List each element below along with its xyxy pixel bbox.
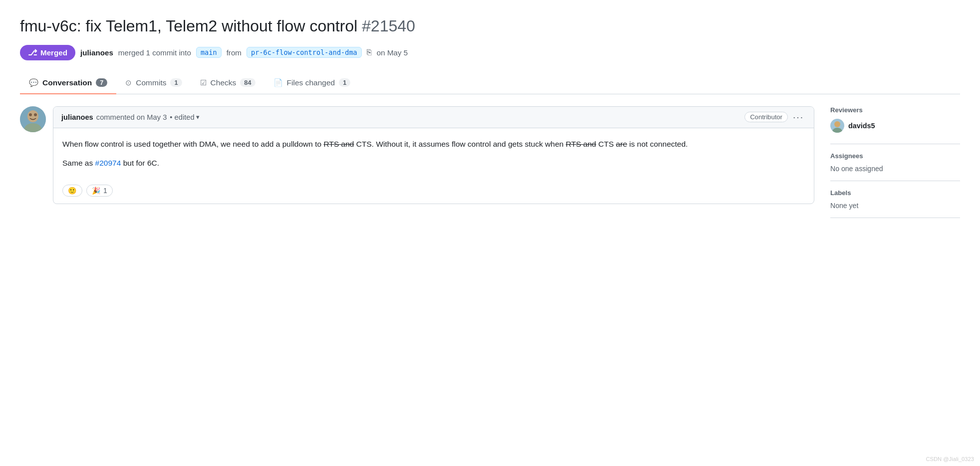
sidebar-assignees-value: No one assigned bbox=[830, 165, 960, 173]
comment-author[interactable]: julianoes bbox=[61, 113, 93, 121]
edited-dropdown[interactable]: • edited ▾ bbox=[170, 113, 199, 121]
reaction-smiley[interactable]: 🙂 bbox=[62, 185, 82, 197]
sidebar-labels-value: None yet bbox=[830, 202, 960, 210]
tab-commits-count: 1 bbox=[170, 78, 182, 87]
comment-date: commented on May 3 bbox=[96, 113, 167, 121]
tab-files-changed-label: Files changed bbox=[287, 78, 335, 87]
checks-icon: ☑ bbox=[200, 78, 207, 87]
tab-checks-count: 84 bbox=[240, 78, 255, 87]
chevron-down-icon: ▾ bbox=[196, 113, 200, 121]
contributor-badge: Contributor bbox=[744, 112, 788, 122]
head-branch[interactable]: pr-6c-flow-control-and-dma bbox=[246, 47, 362, 58]
main-layout: julianoes commented on May 3 • edited ▾ … bbox=[20, 106, 960, 218]
pr-date: on May 5 bbox=[377, 48, 408, 57]
pr-meta: ⎇ Merged julianoes merged 1 commit into … bbox=[20, 45, 960, 60]
conversation-icon: 💬 bbox=[29, 78, 38, 87]
smiley-emoji: 🙂 bbox=[68, 187, 77, 195]
comment-paragraph-2: Same as #20974 but for 6C. bbox=[62, 157, 805, 170]
party-emoji: 🎉 bbox=[92, 187, 101, 195]
comment-body: When flow control is used together with … bbox=[53, 128, 814, 180]
tab-commits[interactable]: ⊙ Commits 1 bbox=[116, 72, 191, 94]
base-branch[interactable]: main bbox=[196, 47, 222, 58]
page-title: fmu-v6c: fix Telem1, Telem2 without flow… bbox=[20, 16, 960, 37]
pr-action: merged 1 commit into bbox=[118, 48, 191, 57]
badge-label: Merged bbox=[40, 48, 67, 57]
sidebar-reviewers-label: Reviewers bbox=[830, 106, 960, 114]
merged-badge: ⎇ Merged bbox=[20, 45, 75, 60]
tab-files-changed[interactable]: 📄 Files changed 1 bbox=[264, 72, 360, 94]
reactions-row: 🙂 🎉 1 bbox=[53, 180, 814, 204]
tab-checks-label: Checks bbox=[211, 78, 237, 87]
title-text: fmu-v6c: fix Telem1, Telem2 without flow… bbox=[20, 17, 357, 35]
merge-icon: ⎇ bbox=[28, 48, 37, 57]
reviewer-avatar bbox=[830, 119, 844, 133]
comment-header: julianoes commented on May 3 • edited ▾ … bbox=[53, 107, 814, 128]
sidebar: Reviewers davids5 Assignees No one assig… bbox=[830, 106, 960, 218]
comment-paragraph-1: When flow control is used together with … bbox=[62, 138, 805, 151]
tab-conversation[interactable]: 💬 Conversation 7 bbox=[20, 72, 116, 94]
strikethrough-rts-and: RTS and bbox=[324, 140, 354, 148]
tabs-bar: 💬 Conversation 7 ⊙ Commits 1 ☑ Checks 84… bbox=[20, 72, 960, 94]
svg-point-6 bbox=[834, 121, 840, 127]
comment-thread: julianoes commented on May 3 • edited ▾ … bbox=[20, 106, 814, 205]
svg-point-3 bbox=[29, 113, 32, 116]
tab-commits-label: Commits bbox=[136, 78, 166, 87]
sidebar-assignees-label: Assignees bbox=[830, 152, 960, 160]
commits-icon: ⊙ bbox=[125, 78, 132, 87]
pr-number: #21540 bbox=[362, 17, 415, 35]
tab-conversation-label: Conversation bbox=[42, 78, 92, 87]
tab-conversation-count: 7 bbox=[96, 78, 107, 87]
more-options-button[interactable]: ··· bbox=[791, 112, 806, 123]
edited-label: • edited bbox=[170, 113, 194, 121]
from-word: from bbox=[227, 48, 242, 57]
sidebar-labels-label: Labels bbox=[830, 189, 960, 197]
tab-files-changed-count: 1 bbox=[339, 78, 350, 87]
main-content: julianoes commented on May 3 • edited ▾ … bbox=[20, 106, 814, 205]
sidebar-reviewers-section: Reviewers davids5 bbox=[830, 106, 960, 144]
pr-author: julianoes bbox=[80, 48, 113, 57]
reviewer-row: davids5 bbox=[830, 119, 960, 133]
comment-box: julianoes commented on May 3 • edited ▾ … bbox=[53, 106, 814, 205]
svg-point-1 bbox=[27, 110, 38, 122]
issue-link-20974[interactable]: #20974 bbox=[95, 159, 121, 167]
files-changed-icon: 📄 bbox=[273, 78, 283, 87]
reaction-party[interactable]: 🎉 1 bbox=[86, 185, 113, 197]
sidebar-assignees-section: Assignees No one assigned bbox=[830, 144, 960, 181]
party-count: 1 bbox=[103, 187, 107, 195]
copy-icon[interactable]: ⎘ bbox=[367, 48, 372, 57]
strikethrough-are: are bbox=[616, 140, 627, 148]
avatar bbox=[20, 106, 46, 132]
sidebar-labels-section: Labels None yet bbox=[830, 181, 960, 218]
strikethrough-rts-and-2: RTS and bbox=[566, 140, 596, 148]
tab-checks[interactable]: ☑ Checks 84 bbox=[191, 72, 264, 94]
svg-point-4 bbox=[34, 113, 37, 116]
reviewer-name[interactable]: davids5 bbox=[848, 122, 875, 130]
